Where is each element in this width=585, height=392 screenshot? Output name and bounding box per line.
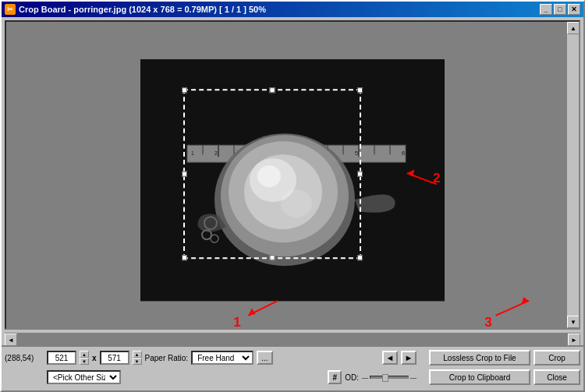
lossless-crop-button[interactable]: Lossless Crop to File: [429, 350, 530, 366]
crop-handle-middleleft[interactable]: [182, 171, 187, 176]
scroll-track: [567, 34, 579, 316]
crop-selection-box[interactable]: [183, 89, 361, 259]
main-window: ✂ Crop Board - porringer.jpg (1024 x 768…: [0, 0, 585, 392]
height-down-arrow[interactable]: ▼: [133, 358, 142, 365]
svg-text:1: 1: [233, 315, 240, 328]
width-up-arrow[interactable]: ▲: [80, 351, 89, 358]
scroll-down-button[interactable]: ▼: [567, 316, 580, 328]
window-icon: ✂: [5, 4, 16, 15]
height-spin-arrows: ▲ ▼: [133, 351, 142, 365]
height-input[interactable]: [100, 351, 129, 365]
canvas-area[interactable]: 2 3 4 5 1 6: [5, 20, 580, 330]
height-up-arrow[interactable]: ▲: [133, 351, 142, 358]
paper-size-select[interactable]: <Pick Other Size> 4x6 5x7 8x10: [47, 370, 121, 384]
title-bar: ✂ Crop Board - porringer.jpg (1024 x 768…: [2, 2, 583, 17]
vertical-scrollbar[interactable]: ▲ ▼: [566, 22, 579, 328]
od-max-icon: —: [410, 374, 417, 381]
main-content: 2 3 4 5 1 6: [2, 17, 583, 390]
crop-handle-bottomright[interactable]: [357, 255, 363, 260]
title-buttons: _ □ ✕: [540, 4, 580, 15]
od-label: OD:: [345, 373, 359, 382]
close-window-button[interactable]: ✕: [568, 4, 580, 15]
scroll-up-button[interactable]: ▲: [567, 22, 580, 34]
horizontal-scrollbar[interactable]: ◄ ►: [5, 333, 580, 345]
bottom-toolbar: (288,54) ▲ ▼ x ▲ ▼ Paper Ratio:: [2, 345, 583, 390]
toolbar-row-1: (288,54) ▲ ▼ x ▲ ▼ Paper Ratio:: [5, 349, 580, 366]
scroll-track-horizontal: [17, 334, 568, 346]
width-input[interactable]: [47, 351, 76, 365]
paper-ratio-select[interactable]: Free Hand 4:3 3:2 16:9 1:1: [191, 351, 254, 365]
crop-handle-topright[interactable]: [357, 87, 363, 93]
scroll-left-button[interactable]: ◄: [5, 334, 17, 346]
nav-right-button[interactable]: ►: [401, 351, 417, 365]
grid-toggle-button[interactable]: #: [328, 370, 342, 384]
maximize-button[interactable]: □: [554, 4, 566, 15]
od-min-icon: —: [362, 374, 368, 381]
photo-display: 2 3 4 5 1 6: [140, 59, 445, 301]
toolbar-row-2: <Pick Other Size> 4x6 5x7 8x10 # OD: —: [5, 369, 580, 386]
crop-handle-topleft[interactable]: [182, 87, 187, 93]
crop-handle-middleright[interactable]: [357, 171, 363, 176]
more-options-button[interactable]: ...: [257, 351, 272, 365]
close-button[interactable]: Close: [534, 369, 580, 385]
minimize-button[interactable]: _: [540, 4, 552, 15]
crop-handle-bottomleft[interactable]: [182, 255, 187, 260]
crop-handle-topmiddle[interactable]: [270, 87, 275, 93]
crop-handle-bottommiddle[interactable]: [270, 255, 275, 260]
svg-line-32: [248, 301, 278, 316]
svg-text:3: 3: [484, 315, 491, 328]
x-separator: x: [92, 354, 97, 362]
paper-ratio-label: Paper Ratio:: [145, 354, 189, 362]
od-control: — —: [362, 374, 417, 381]
nav-left-button[interactable]: ◄: [382, 351, 398, 365]
od-slider[interactable]: [370, 376, 409, 379]
svg-line-38: [495, 301, 529, 316]
svg-marker-39: [522, 297, 529, 304]
svg-text:6: 6: [402, 150, 406, 157]
window-title: Crop Board - porringer.jpg (1024 x 768 =…: [19, 5, 266, 14]
width-spin-arrows: ▲ ▼: [80, 351, 89, 365]
svg-marker-33: [248, 308, 255, 315]
od-slider-thumb[interactable]: [382, 374, 388, 382]
coordinates-display: (288,54): [5, 354, 44, 362]
crop-to-clipboard-button[interactable]: Crop to Clipboard: [429, 369, 530, 385]
crop-button[interactable]: Crop: [534, 350, 580, 366]
width-down-arrow[interactable]: ▼: [80, 358, 89, 365]
image-container: 2 3 4 5 1 6: [140, 59, 445, 301]
title-bar-left: ✂ Crop Board - porringer.jpg (1024 x 768…: [5, 4, 266, 15]
scroll-right-button[interactable]: ►: [568, 334, 580, 346]
